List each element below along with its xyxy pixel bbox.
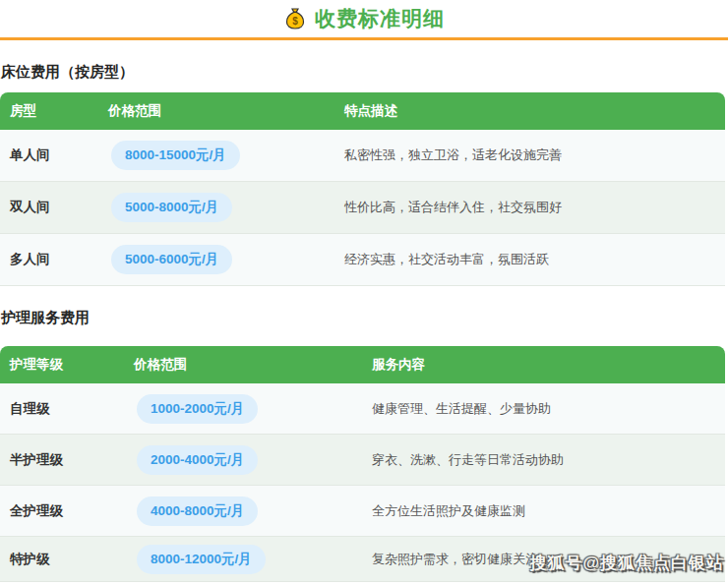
nursing-fee-table: 护理等级 价格范围 服务内容 自理级1000-2000元/月健康管理、生活提醒、… xyxy=(0,346,725,582)
title-divider xyxy=(0,37,728,40)
row-description: 健康管理、生活提醒、少量协助 xyxy=(372,400,725,418)
nursing-fee-heading: 护理服务费用 xyxy=(1,307,728,327)
row-label: 自理级 xyxy=(0,400,134,418)
row-label: 多人间 xyxy=(0,251,108,268)
row-description: 性价比高，适合结伴入住，社交氛围好 xyxy=(344,199,725,216)
price-pill: 8000-12000元/月 xyxy=(137,545,266,574)
column-header-care-level: 护理等级 xyxy=(0,356,134,374)
row-description: 穿衣、洗漱、行走等日常活动协助 xyxy=(372,451,725,469)
table-row: 自理级1000-2000元/月健康管理、生活提醒、少量协助 xyxy=(0,383,725,435)
fee-schedule-page: $ 收费标准明细 床位费用（按房型） 房型 价格范围 特点描述 单人间8000-… xyxy=(0,0,728,584)
table-header-row: 护理等级 价格范围 服务内容 xyxy=(0,346,725,383)
price-pill: 5000-8000元/月 xyxy=(111,193,232,222)
money-bag-icon: $ xyxy=(283,7,307,30)
price-cell: 5000-6000元/月 xyxy=(108,245,344,274)
price-cell: 2000-4000元/月 xyxy=(134,445,372,475)
column-header-features: 特点描述 xyxy=(344,102,725,120)
table-row: 双人间5000-8000元/月性价比高，适合结伴入住，社交氛围好 xyxy=(0,182,725,234)
row-description: 经济实惠，社交活动丰富，氛围活跃 xyxy=(344,251,725,268)
row-label: 半护理级 xyxy=(0,451,134,469)
price-cell: 8000-15000元/月 xyxy=(108,141,344,170)
sohu-watermark: 搜狐号@搜狐焦点白银站 xyxy=(529,552,724,574)
column-header-price-range: 价格范围 xyxy=(108,102,344,120)
bed-fee-table: 房型 价格范围 特点描述 单人间8000-15000元/月私密性强，独立卫浴，适… xyxy=(0,92,725,286)
price-cell: 1000-2000元/月 xyxy=(134,394,372,424)
column-header-services: 服务内容 xyxy=(372,356,725,374)
table-row: 半护理级2000-4000元/月穿衣、洗漱、行走等日常活动协助 xyxy=(0,435,725,486)
price-pill: 1000-2000元/月 xyxy=(137,394,258,424)
row-description: 全方位生活照护及健康监测 xyxy=(372,502,725,520)
row-label: 单人间 xyxy=(0,146,108,164)
price-cell: 8000-12000元/月 xyxy=(134,545,372,574)
price-pill: 5000-6000元/月 xyxy=(111,245,232,274)
price-cell: 4000-8000元/月 xyxy=(134,496,372,526)
table-row: 多人间5000-6000元/月经济实惠，社交活动丰富，氛围活跃 xyxy=(0,234,725,286)
nursing-fee-section: 护理服务费用 护理等级 价格范围 服务内容 自理级1000-2000元/月健康管… xyxy=(0,307,728,582)
row-description: 私密性强，独立卫浴，适老化设施完善 xyxy=(344,146,725,164)
row-label: 特护级 xyxy=(0,551,134,568)
row-label: 全护理级 xyxy=(0,502,134,520)
table-row: 全护理级4000-8000元/月全方位生活照护及健康监测 xyxy=(0,486,725,537)
price-cell: 5000-8000元/月 xyxy=(108,193,344,222)
price-pill: 8000-15000元/月 xyxy=(111,141,240,170)
page-title: 收费标准明细 xyxy=(315,5,445,32)
row-label: 双人间 xyxy=(0,199,108,216)
page-header: $ 收费标准明细 xyxy=(0,0,728,37)
column-header-room-type: 房型 xyxy=(0,102,108,120)
table-header-row: 房型 价格范围 特点描述 xyxy=(0,92,725,130)
table-row: 单人间8000-15000元/月私密性强，独立卫浴，适老化设施完善 xyxy=(0,130,725,182)
price-pill: 4000-8000元/月 xyxy=(137,496,258,526)
bed-fee-heading: 床位费用（按房型） xyxy=(1,61,728,82)
table-body: 单人间8000-15000元/月私密性强，独立卫浴，适老化设施完善双人间5000… xyxy=(0,130,725,286)
bed-fee-section: 床位费用（按房型） 房型 价格范围 特点描述 单人间8000-15000元/月私… xyxy=(0,61,728,286)
column-header-price-range: 价格范围 xyxy=(134,356,372,374)
svg-text:$: $ xyxy=(292,16,298,27)
price-pill: 2000-4000元/月 xyxy=(137,445,258,475)
